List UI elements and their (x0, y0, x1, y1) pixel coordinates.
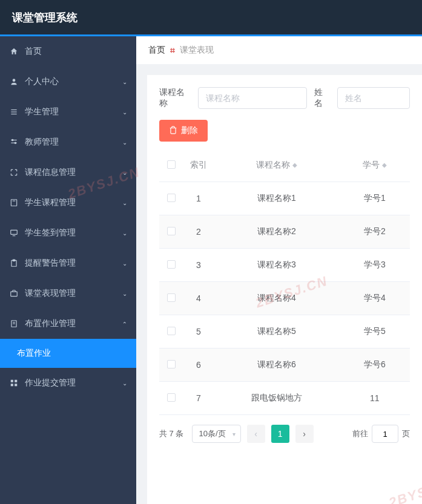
monitor-icon (9, 228, 19, 238)
next-page-button[interactable]: › (295, 425, 314, 443)
svg-rect-19 (15, 380, 17, 382)
sidebar-item-8[interactable]: 课堂表现管理⌄ (0, 278, 136, 309)
row-checkbox[interactable] (167, 227, 176, 235)
cell-sno: 学号6 (340, 349, 410, 382)
row-checkbox[interactable] (167, 260, 176, 269)
filter-name-input[interactable] (337, 87, 410, 109)
table-row: 6课程名称6学号6 (159, 349, 410, 382)
user-icon (9, 77, 19, 87)
delete-button[interactable]: 删除 (159, 120, 208, 142)
filter-name-label: 姓名 (314, 87, 330, 109)
table-row: 3课程名称3学号3 (159, 249, 410, 282)
sidebar-item-9[interactable]: 布置作业管理⌄ (0, 309, 136, 339)
breadcrumb-icon: ⌗ (170, 45, 175, 56)
pagination-total: 共 7 条 (159, 428, 183, 439)
chevron-down-icon: ⌄ (122, 169, 127, 176)
jump-suffix: 页 (402, 428, 410, 439)
col-course[interactable]: 课程名称 (256, 160, 290, 171)
sidebar-item-3[interactable]: 教师管理⌄ (0, 127, 136, 157)
sort-icon[interactable]: ◆ (292, 162, 297, 168)
row-checkbox[interactable] (167, 393, 176, 402)
page-number-button[interactable]: 1 (271, 425, 289, 443)
cell-index: 5 (183, 315, 214, 349)
cell-sno: 学号2 (340, 215, 410, 249)
chevron-down-icon: ⌄ (122, 109, 127, 116)
sidebar-item-6[interactable]: 学生签到管理⌄ (0, 218, 136, 248)
cell-sno: 学号1 (340, 182, 410, 215)
table-row: 1课程名称1学号1 (159, 182, 410, 215)
svg-rect-13 (13, 260, 15, 261)
sidebar-item-7[interactable]: 提醒警告管理⌄ (0, 248, 136, 278)
sidebar-item-10[interactable]: 作业提交管理⌄ (0, 368, 136, 398)
svg-rect-21 (15, 384, 17, 386)
chevron-left-icon: ‹ (254, 429, 257, 439)
cell-sno: 学号5 (340, 315, 410, 349)
briefcase-icon (9, 289, 19, 298)
filter-course-input[interactable] (198, 87, 307, 109)
svg-point-7 (15, 142, 16, 143)
fullscreen-icon (9, 168, 19, 177)
main-area: 首页 ⌗ 课堂表现 课程名称 姓名 删除 (136, 36, 422, 504)
row-checkbox[interactable] (167, 327, 176, 335)
sidebar-item-4[interactable]: 课程信息管理⌄ (0, 157, 136, 188)
svg-rect-18 (11, 380, 13, 382)
cell-course: 课程名称2 (214, 215, 340, 249)
cell-course: 课程名称1 (214, 182, 340, 215)
sidebar-item-label: 学生签到管理 (25, 227, 122, 238)
row-checkbox[interactable] (167, 360, 176, 368)
chevron-down-icon: ⌄ (122, 200, 127, 206)
app-title: 课堂管理系统 (12, 10, 77, 25)
jump-prefix: 前往 (352, 428, 368, 439)
sidebar: 首页个人中心⌄学生管理⌄教师管理⌄课程信息管理⌄学生课程管理⌄学生签到管理⌄提醒… (0, 36, 136, 504)
page-size-select[interactable]: 10条/页 (192, 425, 240, 443)
cell-course: 课程名称6 (214, 349, 340, 382)
sidebar-item-5[interactable]: 学生课程管理⌄ (0, 188, 136, 218)
chevron-down-icon: ⌄ (122, 260, 127, 267)
cell-index: 4 (183, 282, 214, 315)
svg-rect-14 (11, 292, 18, 296)
row-checkbox[interactable] (167, 194, 176, 202)
sidebar-item-1[interactable]: 个人中心⌄ (0, 67, 136, 97)
select-all-checkbox[interactable] (167, 160, 176, 169)
sidebar-item-label: 首页 (25, 46, 127, 57)
sidebar-item-label: 课程信息管理 (25, 167, 122, 178)
cell-course: 课程名称5 (214, 315, 340, 349)
svg-rect-20 (11, 384, 13, 386)
cell-course: 课程名称3 (214, 249, 340, 282)
sidebar-item-label: 布置作业管理 (25, 318, 122, 329)
cell-sno: 学号4 (340, 282, 410, 315)
cell-index: 3 (183, 249, 214, 282)
sort-icon[interactable]: ◆ (382, 162, 387, 168)
cell-index: 6 (183, 349, 214, 382)
row-checkbox[interactable] (167, 293, 176, 302)
sidebar-item-0[interactable]: 首页 (0, 36, 136, 67)
sidebar-subitem-label: 布置作业 (17, 348, 51, 359)
filter-course-label: 课程名称 (159, 87, 191, 109)
sidebar-item-label: 学生课程管理 (25, 197, 122, 208)
data-table: 索引 课程名称◆ 学号◆ 1课程名称1学号12课程名称2学号23课程名称3学号3… (159, 149, 410, 415)
table-row: 5课程名称5学号5 (159, 315, 410, 349)
cell-course: 跟电饭锅地方 (214, 382, 340, 415)
clipboard-icon (9, 258, 19, 268)
pagination: 共 7 条 10条/页 ‹ 1 › 前往 页 (159, 415, 410, 443)
sidebar-subitem[interactable]: 布置作业 (0, 339, 136, 368)
prev-page-button[interactable]: ‹ (247, 425, 265, 443)
chevron-down-icon: ⌄ (122, 321, 127, 327)
sidebar-item-label: 提醒警告管理 (25, 258, 122, 269)
svg-point-0 (13, 79, 16, 82)
grid-icon (9, 378, 19, 388)
breadcrumb-current: 课堂表现 (180, 45, 214, 56)
svg-rect-10 (11, 230, 18, 234)
chevron-down-icon: ⌄ (122, 290, 127, 297)
sidebar-item-2[interactable]: 学生管理⌄ (0, 97, 136, 127)
sidebar-item-label: 课堂表现管理 (25, 288, 122, 299)
list-icon (9, 107, 19, 117)
breadcrumb-home[interactable]: 首页 (148, 45, 165, 56)
sliders-icon (9, 137, 19, 147)
jump-page-input[interactable] (372, 425, 398, 443)
cell-index: 2 (183, 215, 214, 249)
cell-index: 7 (183, 382, 214, 415)
filter-row: 课程名称 姓名 (159, 87, 410, 109)
clipboard2-icon (9, 319, 19, 329)
col-sno[interactable]: 学号 (363, 160, 380, 171)
